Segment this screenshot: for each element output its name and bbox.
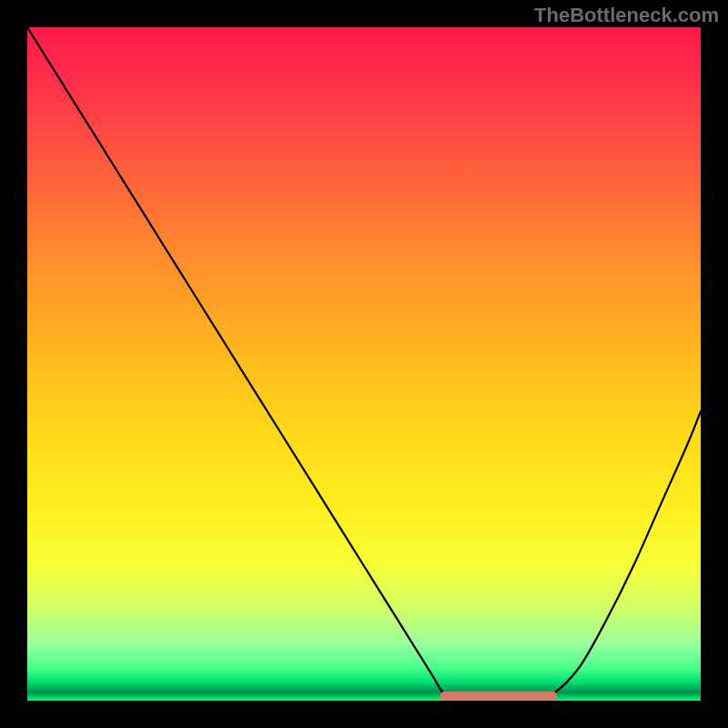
chart-plot-area [27,27,701,701]
chart-curve-svg [27,27,701,701]
bottleneck-curve-line [27,27,701,698]
watermark-text: TheBottleneck.com [534,4,719,27]
